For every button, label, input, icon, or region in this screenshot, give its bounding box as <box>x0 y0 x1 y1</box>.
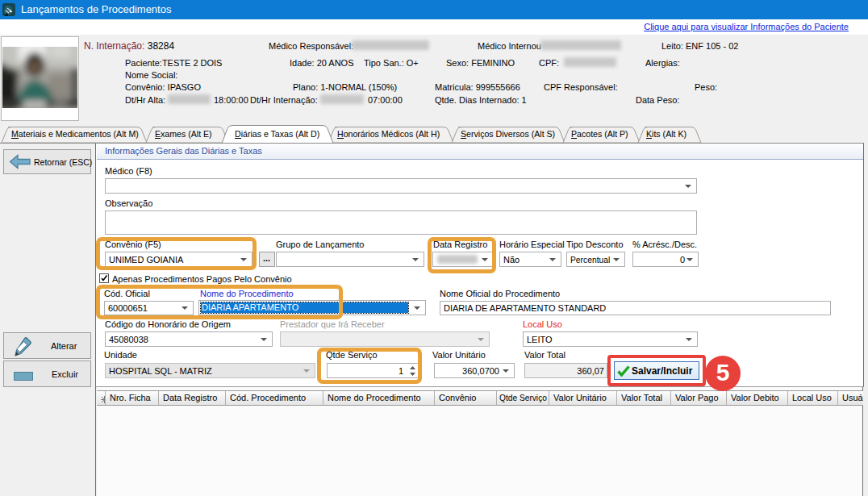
svg-text:Diárias e Taxas (Alt D): Diárias e Taxas (Alt D) <box>235 129 319 139</box>
svg-text:Pacotes (Alt P): Pacotes (Alt P) <box>571 129 628 139</box>
svg-text:Exames (Alt E): Exames (Alt E) <box>155 129 212 139</box>
svg-text:Kits (Alt K): Kits (Alt K) <box>646 129 686 139</box>
svg-text:Honorários Médicos (Alt H): Honorários Médicos (Alt H) <box>337 129 440 139</box>
svg-text:Serviços Diversos (Alt S): Serviços Diversos (Alt S) <box>461 129 555 139</box>
svg-text:Materiais e Medicamentos (Alt: Materiais e Medicamentos (Alt M) <box>11 129 139 139</box>
